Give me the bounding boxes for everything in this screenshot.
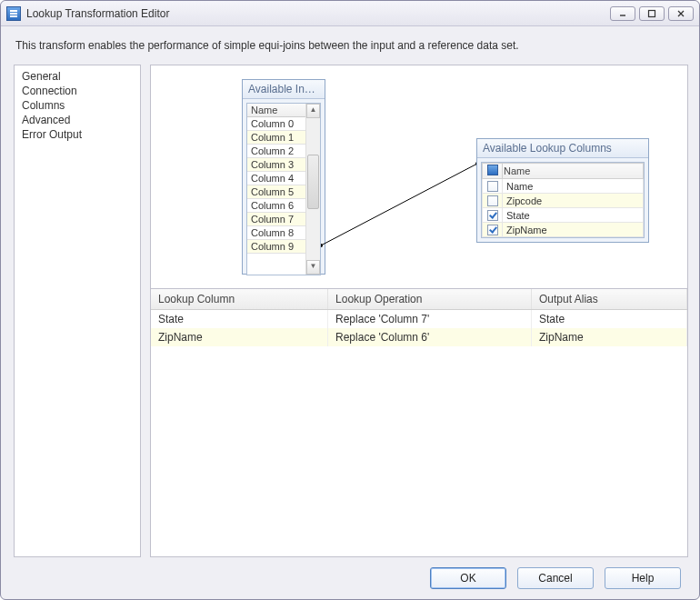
mapping-grid: Lookup Column Lookup Operation Output Al… — [151, 288, 687, 346]
lookup-column-label: Name — [503, 179, 644, 194]
svg-rect-1 — [649, 10, 655, 16]
lookup-column-row[interactable]: State — [483, 208, 644, 223]
input-column-row[interactable]: Column 2 — [247, 145, 305, 158]
checkbox[interactable] — [487, 181, 498, 192]
grid-header-output-alias[interactable]: Output Alias — [532, 289, 687, 310]
input-column-row[interactable]: Column 8 — [247, 226, 305, 240]
dialog-window: Lookup Transformation Editor This transf… — [0, 0, 700, 600]
window-controls — [610, 6, 694, 21]
available-lookup-columns-box[interactable]: Available Lookup Columns Name Name — [476, 138, 649, 243]
main-panel: Available Inpu… Name Column 0 Column 1 C… — [150, 65, 688, 557]
lookup-column-row[interactable]: Zipcode — [483, 194, 644, 208]
mapping-connector — [321, 156, 485, 247]
input-column-row[interactable]: Column 9 — [247, 240, 305, 254]
sidebar-item-connection[interactable]: Connection — [15, 84, 140, 98]
lookup-column-row[interactable]: ZipName — [483, 223, 644, 237]
scroll-down-button[interactable]: ▼ — [306, 260, 320, 275]
scroll-track[interactable] — [306, 118, 320, 260]
checkbox[interactable] — [487, 225, 498, 235]
cancel-button[interactable]: Cancel — [517, 567, 594, 589]
scroll-up-button[interactable]: ▲ — [306, 104, 320, 118]
grid-header-lookup-column[interactable]: Lookup Column — [151, 289, 328, 310]
grid-row[interactable]: ZipName Replace 'Column 6' ZipName — [151, 328, 687, 346]
scroll-thumb[interactable] — [307, 155, 319, 209]
checkbox[interactable] — [487, 210, 498, 221]
sidebar-item-error-output[interactable]: Error Output — [15, 127, 140, 142]
lookup-column-row[interactable]: Name — [483, 179, 644, 194]
mapping-canvas: Available Inpu… Name Column 0 Column 1 C… — [151, 65, 687, 288]
window-title: Lookup Transformation Editor — [26, 7, 610, 20]
grid-cell-lookup-column[interactable]: ZipName — [151, 328, 328, 346]
lookup-column-label: ZipName — [503, 223, 644, 237]
input-column-row[interactable]: Column 1 — [247, 131, 305, 145]
grid-header-lookup-operation[interactable]: Lookup Operation — [328, 289, 532, 310]
grid-row[interactable]: State Replace 'Column 7' State — [151, 310, 687, 329]
input-columns-title: Available Inpu… — [243, 80, 325, 99]
app-icon — [6, 6, 21, 21]
available-input-columns-box[interactable]: Available Inpu… Name Column 0 Column 1 C… — [242, 79, 325, 275]
grid-cell-lookup-operation[interactable]: Replace 'Column 7' — [328, 310, 532, 329]
input-column-row[interactable]: Column 4 — [247, 172, 305, 185]
maximize-button[interactable] — [639, 6, 665, 21]
lookup-check-all-header[interactable] — [483, 164, 503, 179]
input-column-row[interactable]: Column 3 — [247, 158, 305, 172]
content-area: General Connection Columns Advanced Erro… — [1, 65, 699, 557]
lookup-name-header[interactable]: Name — [503, 164, 644, 179]
input-columns-name-header[interactable]: Name — [247, 104, 305, 117]
help-button[interactable]: Help — [605, 567, 681, 589]
lookup-columns-title: Available Lookup Columns — [477, 139, 648, 158]
grid-cell-lookup-column[interactable]: State — [151, 310, 328, 329]
close-button[interactable] — [668, 6, 694, 21]
grid-cell-output-alias[interactable]: ZipName — [532, 328, 687, 346]
sidebar-item-advanced[interactable]: Advanced — [15, 113, 140, 127]
lookup-columns-body: Name Name Zipcode — [481, 162, 645, 238]
svg-line-4 — [321, 164, 477, 245]
input-column-row[interactable]: Column 6 — [247, 199, 305, 213]
grid-header-row: Lookup Column Lookup Operation Output Al… — [151, 289, 687, 310]
ok-button[interactable]: OK — [430, 567, 506, 589]
dialog-description: This transform enables the performance o… — [1, 26, 699, 65]
input-column-row[interactable]: Column 5 — [247, 185, 305, 199]
input-column-row[interactable]: Column 7 — [247, 213, 305, 226]
input-column-row[interactable]: Column 0 — [247, 117, 305, 131]
check-all-icon — [487, 165, 498, 175]
sidebar-item-columns[interactable]: Columns — [15, 98, 140, 113]
grid-cell-output-alias[interactable]: State — [532, 310, 687, 329]
sidebar-item-general[interactable]: General — [15, 69, 140, 84]
lookup-column-label: Zipcode — [503, 194, 644, 208]
sidebar: General Connection Columns Advanced Erro… — [14, 65, 141, 557]
minimize-button[interactable] — [610, 6, 635, 21]
dialog-footer: OK Cancel Help — [1, 557, 699, 599]
title-bar: Lookup Transformation Editor — [1, 1, 699, 26]
checkbox[interactable] — [487, 195, 498, 206]
lookup-column-label: State — [503, 208, 644, 223]
lookup-columns-table: Name Name Zipcode — [482, 163, 644, 237]
input-columns-body: Name Column 0 Column 1 Column 2 Column 3… — [246, 103, 321, 275]
input-columns-scrollbar[interactable]: ▲ ▼ — [305, 104, 320, 275]
grid-cell-lookup-operation[interactable]: Replace 'Column 6' — [328, 328, 532, 346]
